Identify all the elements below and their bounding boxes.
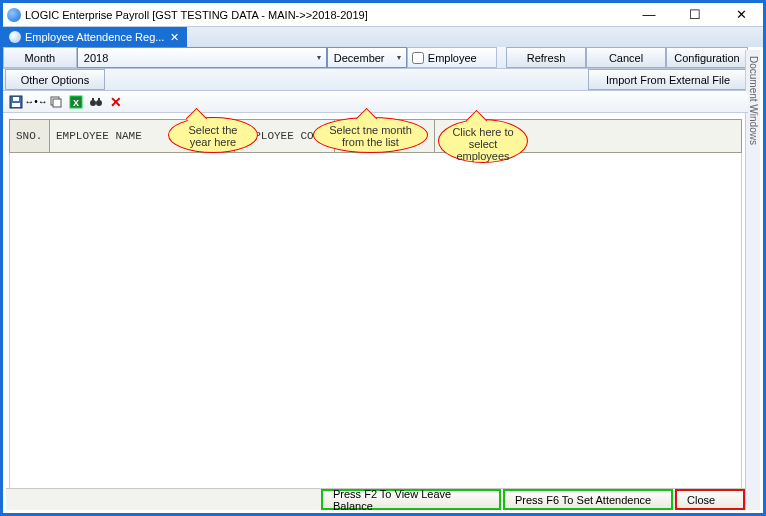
- document-tab-bar: Employee Attendence Reg... ✕: [3, 26, 763, 47]
- chevron-down-icon: ▾: [314, 53, 324, 62]
- svg-rect-10: [98, 98, 100, 101]
- svg-rect-2: [13, 97, 19, 101]
- svg-text:X: X: [73, 98, 79, 108]
- tab-label: Employee Attendence Reg...: [25, 31, 164, 43]
- employee-checkbox-cell[interactable]: Employee: [407, 47, 497, 68]
- icon-toolbar: ↔•↔ X ✕: [3, 91, 748, 113]
- app-icon: [7, 8, 21, 22]
- month-label: Month: [3, 47, 77, 68]
- document-windows-panel[interactable]: Document Windows: [745, 50, 760, 510]
- employee-checkbox[interactable]: [412, 52, 424, 64]
- copy-icon[interactable]: [49, 95, 63, 109]
- document-windows-label: Document Windows: [748, 50, 759, 510]
- close-button[interactable]: Close: [675, 489, 745, 510]
- month-value: December: [334, 52, 385, 64]
- secondary-toolbar: Other Options Import From External File: [3, 69, 748, 91]
- import-button[interactable]: Import From External File: [588, 69, 748, 90]
- title-bar: LOGIC Enterprise Payroll [GST TESTING DA…: [3, 3, 763, 26]
- configuration-button[interactable]: Configuration: [666, 47, 748, 68]
- maximize-button[interactable]: ☐: [677, 6, 713, 24]
- svg-rect-9: [92, 98, 94, 101]
- other-options-button[interactable]: Other Options: [5, 69, 105, 90]
- footer-bar: Press F2 To View Leave Balance Press F6 …: [6, 488, 745, 510]
- cancel-button[interactable]: Cancel: [586, 47, 666, 68]
- binoculars-icon[interactable]: [89, 95, 103, 109]
- minimize-button[interactable]: —: [631, 6, 667, 24]
- window-title: LOGIC Enterprise Payroll [GST TESTING DA…: [25, 9, 368, 21]
- excel-icon[interactable]: X: [69, 95, 83, 109]
- filter-toolbar: Month 2018 ▾ December ▾ Employee Refresh…: [3, 47, 748, 69]
- annotation-year: Select the year here: [168, 117, 258, 153]
- annotation-month: Select the month from the list: [313, 117, 428, 153]
- year-value: 2018: [84, 52, 108, 64]
- svg-rect-1: [12, 103, 20, 107]
- delete-icon[interactable]: ✕: [109, 95, 123, 109]
- expand-icon[interactable]: ↔•↔: [29, 95, 43, 109]
- save-icon[interactable]: [9, 95, 23, 109]
- grid-body: [9, 153, 742, 493]
- tab-attendance-register[interactable]: Employee Attendence Reg... ✕: [3, 27, 187, 48]
- chevron-down-icon: ▾: [394, 53, 404, 62]
- tab-close-button[interactable]: ✕: [168, 31, 181, 44]
- view-leave-balance-button[interactable]: Press F2 To View Leave Balance: [321, 489, 501, 510]
- col-sno[interactable]: SNO.: [10, 120, 50, 152]
- refresh-button[interactable]: Refresh: [506, 47, 586, 68]
- month-dropdown[interactable]: December ▾: [327, 47, 407, 68]
- svg-rect-4: [53, 99, 61, 107]
- annotation-employee: Click here to select employees: [438, 119, 528, 163]
- employee-label: Employee: [428, 52, 477, 64]
- year-dropdown[interactable]: 2018 ▾: [77, 47, 327, 68]
- close-window-button[interactable]: ✕: [723, 6, 759, 24]
- tab-icon: [9, 31, 21, 43]
- set-attendance-button[interactable]: Press F6 To Set Attendence: [503, 489, 673, 510]
